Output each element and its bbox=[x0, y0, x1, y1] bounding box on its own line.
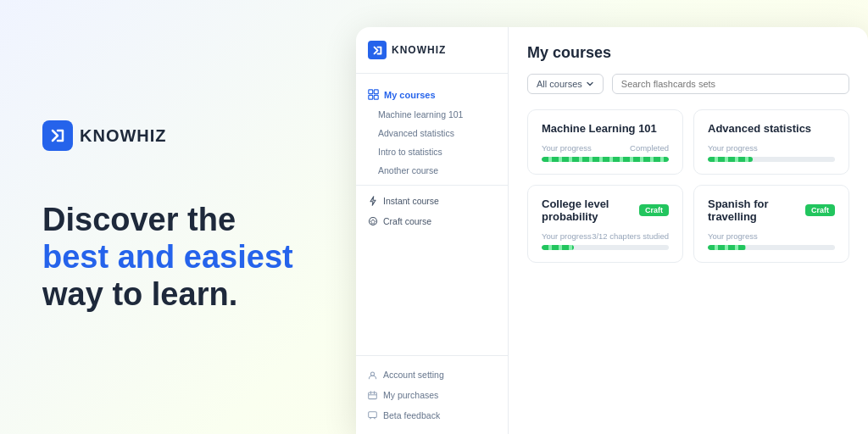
craft-badge: Craft bbox=[639, 204, 669, 216]
app-window: KNOWHIZ My courses Machine learning 101 … bbox=[356, 27, 868, 434]
sidebar-my-courses[interactable]: My courses bbox=[356, 84, 508, 105]
brand-logo-icon bbox=[42, 120, 73, 151]
sidebar-my-purchases[interactable]: My purchases bbox=[356, 385, 508, 405]
sidebar-nav: My courses Machine learning 101 Advanced… bbox=[356, 74, 508, 355]
purchases-icon bbox=[368, 391, 377, 400]
progress-bar-track bbox=[708, 157, 835, 162]
sidebar-brand-logo-icon bbox=[368, 41, 387, 59]
progress-status: Completed bbox=[630, 143, 669, 153]
sidebar-item-adv-stats[interactable]: Advanced statistics bbox=[356, 124, 508, 142]
course-title: Advanced statistics bbox=[708, 122, 811, 135]
progress-label-row: Your progress Completed bbox=[542, 143, 669, 153]
svg-rect-7 bbox=[369, 411, 377, 417]
progress-label-row: Your progress 3/12 chapters studied bbox=[542, 231, 669, 241]
page-title: My courses bbox=[527, 44, 849, 62]
svg-rect-2 bbox=[369, 95, 373, 99]
sidebar-item-ml101[interactable]: Machine learning 101 bbox=[356, 105, 508, 124]
progress-label-row: Your progress bbox=[708, 143, 835, 153]
svg-rect-1 bbox=[374, 90, 378, 94]
sidebar-divider bbox=[356, 185, 508, 186]
progress-bar-track bbox=[542, 157, 669, 162]
sidebar-craft-course[interactable]: Craft course bbox=[356, 211, 508, 231]
craft-icon bbox=[368, 216, 378, 226]
course-title: Spanish for travelling bbox=[708, 198, 799, 223]
progress-bar-fill bbox=[542, 245, 574, 250]
course-card-header: College level probability Craft bbox=[542, 198, 669, 223]
progress-bar-track bbox=[542, 245, 669, 250]
hero-line2: best and easiest bbox=[42, 239, 293, 275]
account-icon bbox=[368, 370, 377, 380]
sidebar-item-intro-stats[interactable]: Intro to statistics bbox=[356, 142, 508, 161]
course-card-header: Machine Learning 101 bbox=[542, 122, 669, 135]
course-card-spanish: Spanish for travelling Craft Your progre… bbox=[693, 185, 849, 263]
progress-text: Your progress bbox=[542, 231, 592, 241]
hero-line3: way to learn. bbox=[42, 276, 237, 312]
progress-bar-fill bbox=[708, 157, 753, 162]
course-card-probability: College level probability Craft Your pro… bbox=[527, 185, 683, 263]
brand-header: KNOWHIZ bbox=[42, 120, 314, 151]
progress-text: Your progress bbox=[542, 143, 592, 153]
progress-text: Your progress bbox=[708, 231, 758, 241]
sidebar: KNOWHIZ My courses Machine learning 101 … bbox=[356, 27, 509, 434]
progress-status: 3/12 chapters studied bbox=[592, 231, 669, 241]
progress-section: Your progress bbox=[708, 143, 835, 162]
svg-rect-3 bbox=[374, 95, 378, 99]
sidebar-account-settings[interactable]: Account setting bbox=[356, 364, 508, 385]
progress-section: Your progress 3/12 chapters studied bbox=[542, 231, 669, 250]
progress-text: Your progress bbox=[708, 143, 758, 153]
svg-rect-0 bbox=[369, 90, 373, 94]
sidebar-item-another[interactable]: Another course bbox=[356, 161, 508, 180]
sidebar-brand: KNOWHIZ bbox=[356, 27, 508, 74]
sidebar-instant-course[interactable]: Instant course bbox=[356, 191, 508, 211]
svg-rect-6 bbox=[369, 392, 377, 399]
progress-section: Your progress Completed bbox=[542, 143, 669, 162]
progress-section: Your progress bbox=[708, 231, 835, 250]
course-title: College level probability bbox=[542, 198, 633, 223]
courses-icon bbox=[368, 89, 379, 100]
progress-bar-fill bbox=[708, 245, 746, 250]
hero-line1: Discover the bbox=[42, 202, 236, 237]
hero-text: Discover the best and easiest way to lea… bbox=[42, 202, 314, 313]
sidebar-bottom: Account setting My purchases Beta feedba… bbox=[356, 355, 508, 434]
progress-label-row: Your progress bbox=[708, 231, 835, 241]
course-card-header: Advanced statistics bbox=[708, 122, 835, 135]
progress-bar-track bbox=[708, 245, 835, 250]
feedback-icon bbox=[368, 411, 377, 420]
all-courses-filter[interactable]: All courses bbox=[527, 74, 604, 94]
course-card-adv-stats: Advanced statistics Your progress bbox=[693, 109, 849, 175]
lightning-icon bbox=[368, 196, 378, 206]
svg-point-5 bbox=[370, 372, 374, 376]
course-title: Machine Learning 101 bbox=[542, 122, 657, 135]
chevron-down-icon bbox=[586, 80, 594, 88]
course-card-header: Spanish for travelling Craft bbox=[708, 198, 835, 223]
progress-bar-fill bbox=[542, 157, 669, 162]
left-section: KNOWHIZ Discover the best and easiest wa… bbox=[0, 86, 356, 347]
course-card-ml101: Machine Learning 101 Your progress Compl… bbox=[527, 109, 683, 175]
craft-badge: Craft bbox=[805, 204, 835, 216]
search-input[interactable] bbox=[612, 74, 849, 94]
main-content: My courses All courses Machine Learning … bbox=[509, 27, 868, 434]
brand-name: KNOWHIZ bbox=[80, 126, 167, 146]
sidebar-brand-name: KNOWHIZ bbox=[392, 44, 446, 56]
courses-grid: Machine Learning 101 Your progress Compl… bbox=[527, 109, 849, 263]
sidebar-beta-feedback[interactable]: Beta feedback bbox=[356, 405, 508, 426]
filters-row: All courses bbox=[527, 74, 849, 94]
